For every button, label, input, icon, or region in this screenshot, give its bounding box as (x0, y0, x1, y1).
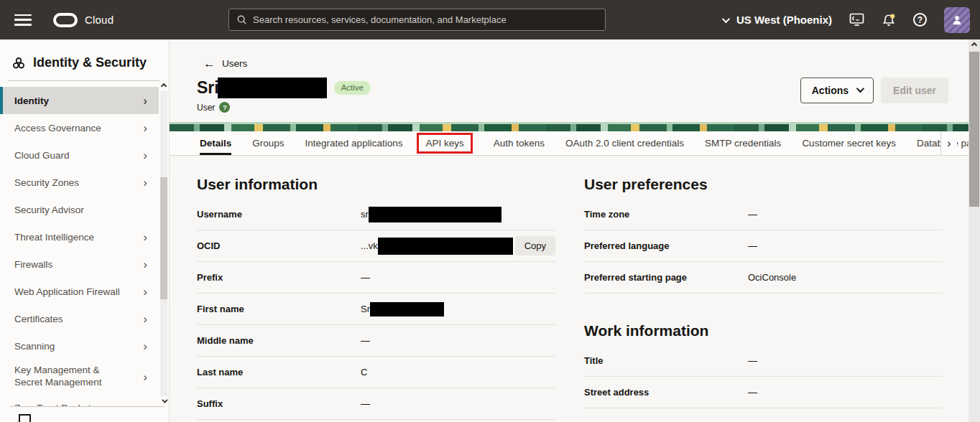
sidebar-item-key-management[interactable]: Key Management & Secret Management › (0, 360, 159, 394)
brand[interactable]: Cloud (53, 13, 114, 27)
redaction-box (369, 207, 501, 222)
field-value: ...vk (361, 240, 378, 251)
chevron-right-icon: › (143, 258, 147, 271)
sidebar-item-certificates[interactable]: Certificates › (0, 305, 159, 332)
topbar: Cloud US West (Phoenix) (0, 0, 980, 39)
tab-label: Details (200, 138, 231, 149)
sidebar-nav: Identity › Access Governance › Cloud Gua… (0, 81, 169, 406)
sidebar-item-label: Firewalls (14, 259, 52, 270)
tab-smtp-credentials[interactable]: SMTP credentials (705, 131, 781, 155)
tab-api-keys[interactable]: API keys (423, 131, 472, 155)
sidebar-item-firewalls[interactable]: Firewalls › (0, 250, 159, 278)
tab-label: Groups (252, 138, 284, 149)
help-icon[interactable]: ? (219, 102, 230, 113)
chevron-right-icon: › (143, 177, 147, 189)
scroll-up-icon[interactable] (969, 39, 980, 51)
help-button[interactable]: ? (913, 13, 927, 27)
tab-auth-tokens[interactable]: Auth tokens (494, 131, 545, 155)
global-search[interactable] (228, 9, 606, 31)
field-label: Preferred language (584, 240, 748, 251)
field-row-middle-name: Middle name — (197, 325, 555, 357)
sidebar-item-label: Threat Intelligence (14, 232, 94, 243)
scrollbar-thumb[interactable] (160, 177, 167, 299)
main-scrollbar[interactable] (969, 39, 980, 422)
collapse-panel-icon[interactable] (19, 414, 31, 422)
tab-label: Integrated applications (305, 138, 403, 149)
resource-type-label: User (197, 103, 215, 113)
field-label: Last name (197, 367, 361, 378)
user-information-section: User information Username sr OCID ...vk … (197, 169, 555, 420)
field-row-time-zone: Time zone — (584, 199, 943, 230)
actions-button[interactable]: Actions (800, 78, 874, 103)
section-heading: Work information (584, 322, 943, 339)
brand-name: Cloud (85, 14, 114, 26)
field-row-suffix: Suffix — (197, 388, 555, 420)
tab-details[interactable]: Details (200, 131, 231, 155)
tab-customer-secret-keys[interactable]: Customer secret keys (802, 131, 896, 155)
field-value: — (361, 272, 370, 283)
notification-dot (890, 14, 895, 18)
chevron-right-icon: › (143, 149, 147, 161)
tab-groups[interactable]: Groups (252, 131, 284, 155)
scrollbar-thumb[interactable] (969, 52, 979, 207)
decorative-banner (170, 122, 969, 131)
sidebar-item-label: Identity (14, 95, 49, 106)
field-row-prefix: Prefix — (197, 262, 555, 294)
field-value: — (361, 335, 370, 346)
announcements-button[interactable] (882, 13, 896, 27)
profile-avatar[interactable] (944, 7, 970, 33)
chevron-right-icon: › (143, 402, 147, 407)
person-icon (950, 13, 964, 27)
field-row-ocid: OCID ...vk Copy (197, 230, 555, 262)
annotation-highlight-box: API keys (417, 133, 472, 154)
field-label: Title (584, 355, 748, 366)
actions-button-label: Actions (812, 85, 849, 96)
redaction-box (378, 238, 513, 255)
edit-user-button: Edit user (881, 78, 948, 103)
sidebar-item-label: Key Management & Secret Management (14, 365, 122, 389)
sidebar-item-security-advisor[interactable]: Security Advisor (0, 196, 159, 223)
field-row-first-name: First name Sr (197, 294, 555, 325)
field-row-title: Title — (584, 345, 943, 377)
sidebar-item-access-governance[interactable]: Access Governance › (0, 114, 159, 141)
back-link[interactable]: ← Users (170, 39, 969, 70)
help-icon: ? (913, 13, 927, 27)
sidebar-item-threat-intelligence[interactable]: Threat Intelligence › (0, 223, 159, 250)
back-label: Users (222, 58, 247, 69)
hamburger-menu-icon[interactable] (14, 14, 32, 26)
sidebar-title: Identity & Security (33, 55, 147, 70)
sidebar-item-zero-trust-packet[interactable]: Zero Trust Packet › (0, 394, 159, 406)
tab-oauth-client-credentials[interactable]: OAuth 2.0 client credentials (565, 131, 684, 155)
sidebar-item-label: Certificates (14, 314, 63, 324)
scroll-up-icon[interactable] (161, 83, 167, 89)
field-label: Street address (584, 387, 748, 398)
sidebar-item-cloud-guard[interactable]: Cloud Guard › (0, 141, 159, 169)
redaction-box (370, 302, 444, 316)
scroll-down-icon[interactable] (162, 397, 167, 403)
region-label: US West (Phoenix) (736, 14, 832, 26)
identity-security-icon (11, 56, 26, 70)
region-selector[interactable]: US West (Phoenix) (722, 14, 832, 26)
field-row-username: Username sr (197, 199, 555, 230)
field-label: Suffix (197, 398, 361, 409)
field-label: OCID (197, 240, 361, 251)
field-row-preferred-starting-page: Preferred starting page OciConsole (584, 262, 943, 294)
sidebar-scrollbar[interactable] (159, 81, 169, 406)
sidebar-item-identity[interactable]: Identity › (0, 87, 159, 114)
sidebar-item-web-application-firewall[interactable]: Web Application Firewall › (0, 278, 159, 305)
search-input[interactable] (253, 14, 598, 25)
sidebar: Identity & Security Identity › Access Go… (0, 39, 170, 422)
tab-integrated-applications[interactable]: Integrated applications (305, 131, 403, 155)
cloud-shell-button[interactable] (849, 13, 864, 27)
sidebar-item-security-zones[interactable]: Security Zones › (0, 169, 159, 196)
field-label: Prefix (197, 272, 361, 283)
main-content: ← Users Sri Active User ? Actions (170, 39, 980, 422)
sidebar-item-scanning[interactable]: Scanning › (0, 332, 159, 360)
field-row-preferred-language: Preferred language — (584, 230, 943, 262)
page-title-text: Sri (197, 78, 219, 98)
field-label: Middle name (197, 335, 361, 346)
scrollbar-track[interactable] (160, 91, 167, 396)
tab-overflow-button[interactable]: › (940, 131, 957, 155)
field-label: Username (197, 209, 361, 220)
copy-ocid-button[interactable]: Copy (515, 236, 555, 255)
